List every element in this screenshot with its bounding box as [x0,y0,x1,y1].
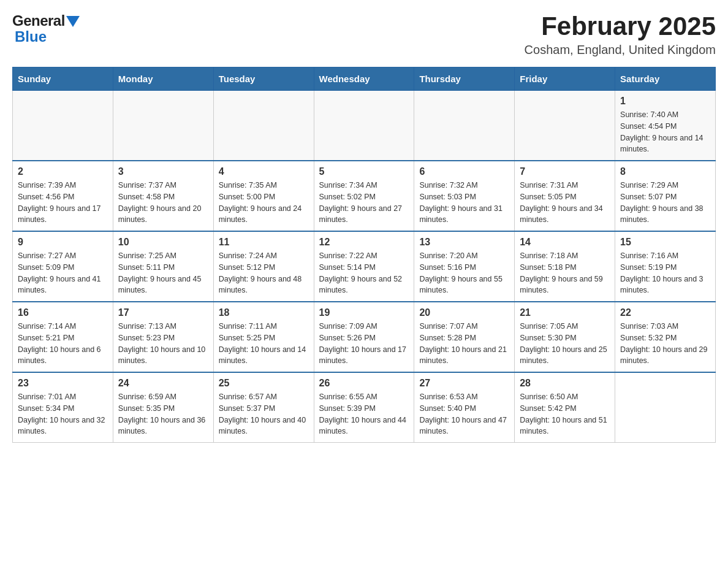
day-info: Sunrise: 6:59 AMSunset: 5:35 PMDaylight:… [118,391,208,437]
calendar-header-row: SundayMondayTuesdayWednesdayThursdayFrid… [13,67,716,91]
day-number: 22 [620,307,710,318]
calendar-cell: 18Sunrise: 7:11 AMSunset: 5:25 PMDayligh… [213,302,314,372]
calendar-subtitle: Cosham, England, United Kingdom [525,43,716,57]
logo-general-text: General [12,12,65,29]
day-number: 14 [520,237,610,248]
day-number: 17 [118,307,208,318]
calendar-cell: 26Sunrise: 6:55 AMSunset: 5:39 PMDayligh… [314,372,414,443]
day-number: 4 [219,166,309,177]
calendar-cell [13,91,113,161]
weekday-header-friday: Friday [515,67,615,91]
day-info: Sunrise: 7:14 AMSunset: 5:21 PMDaylight:… [18,321,108,367]
day-number: 13 [419,237,509,248]
day-info: Sunrise: 7:01 AMSunset: 5:34 PMDaylight:… [18,391,108,437]
day-info: Sunrise: 7:24 AMSunset: 5:12 PMDaylight:… [219,250,309,296]
calendar-cell: 2Sunrise: 7:39 AMSunset: 4:56 PMDaylight… [13,161,113,231]
calendar-cell: 10Sunrise: 7:25 AMSunset: 5:11 PMDayligh… [113,231,213,302]
day-info: Sunrise: 7:07 AMSunset: 5:28 PMDaylight:… [419,321,509,367]
calendar-cell: 16Sunrise: 7:14 AMSunset: 5:21 PMDayligh… [13,302,113,372]
day-info: Sunrise: 7:40 AMSunset: 4:54 PMDaylight:… [620,109,710,155]
day-info: Sunrise: 7:09 AMSunset: 5:26 PMDaylight:… [319,321,409,367]
calendar-week-5: 23Sunrise: 7:01 AMSunset: 5:34 PMDayligh… [13,372,716,443]
calendar-cell: 9Sunrise: 7:27 AMSunset: 5:09 PMDaylight… [13,231,113,302]
title-block: February 2025 Cosham, England, United Ki… [525,12,716,57]
svg-marker-0 [66,16,80,27]
weekday-header-wednesday: Wednesday [314,67,414,91]
day-number: 7 [520,166,610,177]
calendar-cell [515,91,615,161]
calendar-cell: 8Sunrise: 7:29 AMSunset: 5:07 PMDaylight… [615,161,716,231]
weekday-header-sunday: Sunday [13,67,113,91]
calendar-cell: 3Sunrise: 7:37 AMSunset: 4:58 PMDaylight… [113,161,213,231]
day-info: Sunrise: 7:22 AMSunset: 5:14 PMDaylight:… [319,250,409,296]
day-info: Sunrise: 7:37 AMSunset: 4:58 PMDaylight:… [118,180,208,226]
weekday-header-tuesday: Tuesday [213,67,314,91]
day-info: Sunrise: 7:25 AMSunset: 5:11 PMDaylight:… [118,250,208,296]
day-info: Sunrise: 6:55 AMSunset: 5:39 PMDaylight:… [319,391,409,437]
calendar-cell: 17Sunrise: 7:13 AMSunset: 5:23 PMDayligh… [113,302,213,372]
day-number: 24 [118,378,208,389]
day-info: Sunrise: 7:20 AMSunset: 5:16 PMDaylight:… [419,250,509,296]
day-number: 26 [319,378,409,389]
page-header: General Blue February 2025 Cosham, Engla… [12,12,716,57]
day-info: Sunrise: 7:05 AMSunset: 5:30 PMDaylight:… [520,321,610,367]
day-info: Sunrise: 6:53 AMSunset: 5:40 PMDaylight:… [419,391,509,437]
day-number: 15 [620,237,710,248]
day-info: Sunrise: 7:31 AMSunset: 5:05 PMDaylight:… [520,180,610,226]
calendar-title: February 2025 [525,12,716,40]
calendar-cell: 27Sunrise: 6:53 AMSunset: 5:40 PMDayligh… [414,372,515,443]
day-info: Sunrise: 7:16 AMSunset: 5:19 PMDaylight:… [620,250,710,296]
calendar-week-2: 2Sunrise: 7:39 AMSunset: 4:56 PMDaylight… [13,161,716,231]
logo: General Blue [12,12,80,45]
day-info: Sunrise: 6:50 AMSunset: 5:42 PMDaylight:… [520,391,610,437]
day-number: 2 [18,166,108,177]
day-info: Sunrise: 7:11 AMSunset: 5:25 PMDaylight:… [219,321,309,367]
day-info: Sunrise: 7:13 AMSunset: 5:23 PMDaylight:… [118,321,208,367]
calendar-cell: 15Sunrise: 7:16 AMSunset: 5:19 PMDayligh… [615,231,716,302]
calendar-cell [414,91,515,161]
calendar-cell: 22Sunrise: 7:03 AMSunset: 5:32 PMDayligh… [615,302,716,372]
calendar-cell: 6Sunrise: 7:32 AMSunset: 5:03 PMDaylight… [414,161,515,231]
calendar-cell: 23Sunrise: 7:01 AMSunset: 5:34 PMDayligh… [13,372,113,443]
calendar-cell: 19Sunrise: 7:09 AMSunset: 5:26 PMDayligh… [314,302,414,372]
calendar-week-3: 9Sunrise: 7:27 AMSunset: 5:09 PMDaylight… [13,231,716,302]
day-number: 23 [18,378,108,389]
calendar-cell [314,91,414,161]
day-info: Sunrise: 7:18 AMSunset: 5:18 PMDaylight:… [520,250,610,296]
day-number: 9 [18,237,108,248]
calendar-cell: 21Sunrise: 7:05 AMSunset: 5:30 PMDayligh… [515,302,615,372]
day-number: 10 [118,237,208,248]
day-number: 27 [419,378,509,389]
day-info: Sunrise: 7:29 AMSunset: 5:07 PMDaylight:… [620,180,710,226]
calendar-cell: 13Sunrise: 7:20 AMSunset: 5:16 PMDayligh… [414,231,515,302]
day-number: 6 [419,166,509,177]
day-info: Sunrise: 7:27 AMSunset: 5:09 PMDaylight:… [18,250,108,296]
day-number: 21 [520,307,610,318]
calendar-cell: 12Sunrise: 7:22 AMSunset: 5:14 PMDayligh… [314,231,414,302]
calendar-cell [113,91,213,161]
day-number: 1 [620,96,710,107]
day-number: 5 [319,166,409,177]
calendar-cell: 7Sunrise: 7:31 AMSunset: 5:05 PMDaylight… [515,161,615,231]
weekday-header-thursday: Thursday [414,67,515,91]
calendar-cell: 28Sunrise: 6:50 AMSunset: 5:42 PMDayligh… [515,372,615,443]
day-info: Sunrise: 7:32 AMSunset: 5:03 PMDaylight:… [419,180,509,226]
calendar-week-4: 16Sunrise: 7:14 AMSunset: 5:21 PMDayligh… [13,302,716,372]
calendar-cell: 1Sunrise: 7:40 AMSunset: 4:54 PMDaylight… [615,91,716,161]
day-info: Sunrise: 7:39 AMSunset: 4:56 PMDaylight:… [18,180,108,226]
logo-triangle-icon [66,16,80,27]
day-number: 8 [620,166,710,177]
day-number: 3 [118,166,208,177]
day-number: 28 [520,378,610,389]
day-info: Sunrise: 6:57 AMSunset: 5:37 PMDaylight:… [219,391,309,437]
calendar-cell [615,372,716,443]
day-info: Sunrise: 7:34 AMSunset: 5:02 PMDaylight:… [319,180,409,226]
calendar-cell: 5Sunrise: 7:34 AMSunset: 5:02 PMDaylight… [314,161,414,231]
day-number: 19 [319,307,409,318]
day-number: 18 [219,307,309,318]
calendar-cell: 14Sunrise: 7:18 AMSunset: 5:18 PMDayligh… [515,231,615,302]
weekday-header-monday: Monday [113,67,213,91]
day-info: Sunrise: 7:35 AMSunset: 5:00 PMDaylight:… [219,180,309,226]
calendar-table: SundayMondayTuesdayWednesdayThursdayFrid… [12,67,716,443]
calendar-cell: 20Sunrise: 7:07 AMSunset: 5:28 PMDayligh… [414,302,515,372]
